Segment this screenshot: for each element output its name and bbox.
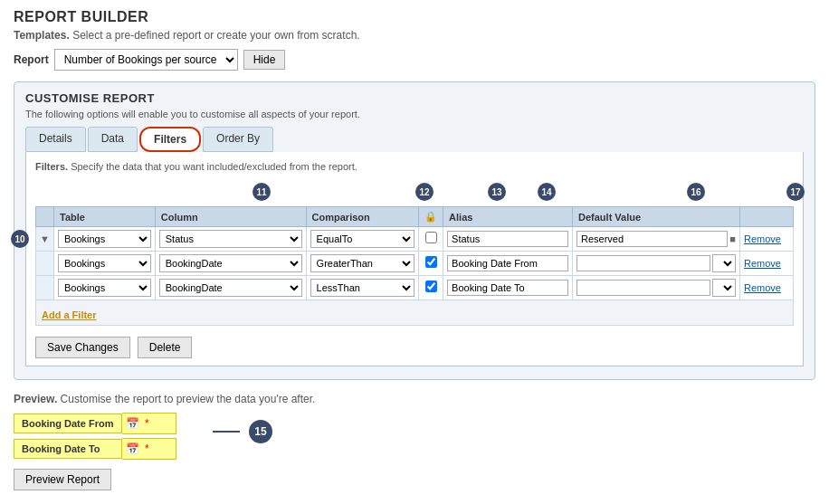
customise-section: CUSTOMISE REPORT The following options w… xyxy=(14,81,815,380)
row1-remove-cell: Remove xyxy=(740,227,794,252)
add-filter-cell: Add a Filter xyxy=(36,300,794,326)
row3-default-select[interactable] xyxy=(712,279,736,297)
annotation-11: 11 xyxy=(253,183,271,201)
row2-table-cell: Bookings xyxy=(53,252,155,276)
preview-label: Preview. xyxy=(14,393,57,405)
row1-alias-checkbox[interactable] xyxy=(425,232,437,243)
row2-alias-input[interactable] xyxy=(447,255,568,271)
hide-button[interactable]: Hide xyxy=(243,50,286,70)
filters-table: Table Column Comparison 🔒 Alias Default … xyxy=(35,206,794,326)
row2-alias-cell xyxy=(443,252,573,276)
row2-alias-checkbox[interactable] xyxy=(425,256,437,268)
row3-comparison-select[interactable]: LessThan xyxy=(310,279,414,297)
tab-filters[interactable]: Filters xyxy=(139,127,201,152)
row3-column-select[interactable]: BookingDate xyxy=(159,279,302,297)
preview-field-2: Booking Date To 📅 * xyxy=(14,438,176,460)
filter-row-3: Bookings BookingDate LessThan xyxy=(36,276,794,300)
preview-fields: Booking Date From 📅 * Booking Date To 📅 … xyxy=(14,413,176,460)
th-column: Column xyxy=(155,207,306,227)
annotation-17: 17 xyxy=(786,183,805,201)
preview-description: Preview. Customise the report to preview… xyxy=(14,393,815,405)
filter-row-2: Bookings BookingDate GreaterThan xyxy=(36,252,794,276)
delete-button[interactable]: Delete xyxy=(138,337,193,358)
th-comparison: Comparison xyxy=(306,207,418,227)
row1-alias-input[interactable] xyxy=(447,231,568,247)
lock-icon: 🔒 xyxy=(424,211,437,222)
row2-comparison-cell: GreaterThan xyxy=(306,252,418,276)
row2-column-cell: BookingDate xyxy=(155,252,306,276)
filter-row-1: 10 ▼ Bookings Status xyxy=(36,227,794,252)
row1-table-cell: Bookings xyxy=(53,227,155,252)
row3-alias-checkbox[interactable] xyxy=(425,281,437,292)
row2-table-select[interactable]: Bookings xyxy=(58,254,151,272)
filters-label: Filters. xyxy=(35,161,68,172)
add-filter-row: Add a Filter xyxy=(36,300,794,326)
row1-column-select[interactable]: Status xyxy=(159,230,302,248)
preview-desc-text: Customise the report to preview the data… xyxy=(61,393,316,405)
row2-comparison-select[interactable]: GreaterThan xyxy=(310,254,414,272)
row2-default-input[interactable] xyxy=(576,255,710,271)
add-filter-link[interactable]: Add a Filter xyxy=(42,309,97,320)
report-selector-row: Report Number of Bookings per source Hid… xyxy=(14,49,815,71)
th-alias: Alias xyxy=(443,207,573,227)
row1-default-cell: ■ xyxy=(573,227,740,252)
th-remove xyxy=(740,207,794,227)
tab-details[interactable]: Details xyxy=(25,127,86,152)
row3-remove-link[interactable]: Remove xyxy=(744,282,781,293)
row2-checkbox-cell xyxy=(419,252,443,276)
tabs-row: Details Data Filters Order By xyxy=(25,127,804,152)
row3-table-cell: Bookings xyxy=(53,276,155,300)
th-table: Table xyxy=(53,207,155,227)
row1-arrow-icon: ▼ xyxy=(40,233,50,244)
row2-remove-link[interactable]: Remove xyxy=(744,258,781,269)
preview-field-1-label: Booking Date From xyxy=(14,414,122,433)
filters-description: Filters. Specify the data that you want … xyxy=(35,161,794,172)
row3-column-cell: BookingDate xyxy=(155,276,306,300)
annotation-12: 12 xyxy=(415,183,434,201)
row1-comparison-select[interactable]: EqualTo xyxy=(310,230,414,248)
tab-data[interactable]: Data xyxy=(88,127,138,152)
templates-text-body: Select a pre-defined report or create yo… xyxy=(72,29,359,42)
preview-report-button[interactable]: Preview Report xyxy=(14,469,111,490)
templates-description: Templates. Select a pre-defined report o… xyxy=(14,29,815,42)
row2-default-select[interactable] xyxy=(712,254,736,272)
page-title: REPORT BUILDER xyxy=(14,9,815,25)
required-star-1: * xyxy=(145,417,149,430)
row3-alias-input[interactable] xyxy=(447,280,568,296)
save-changes-button[interactable]: Save Changes xyxy=(35,337,130,358)
th-default-value: Default Value xyxy=(573,207,740,227)
row3-default-cell xyxy=(573,276,740,300)
row3-table-select[interactable]: Bookings xyxy=(58,279,151,297)
row1-table-select[interactable]: Bookings xyxy=(58,230,151,248)
customise-title: CUSTOMISE REPORT xyxy=(25,91,804,105)
tab-orderby[interactable]: Order By xyxy=(203,127,273,152)
filters-desc-text: Specify the data that you want included/… xyxy=(71,161,357,172)
action-row: Save Changes Delete xyxy=(35,337,794,358)
row1-column-cell: Status xyxy=(155,227,306,252)
row3-checkbox-cell xyxy=(419,276,443,300)
row2-arrow-cell xyxy=(36,252,54,276)
row3-remove-cell: Remove xyxy=(740,276,794,300)
row1-remove-link[interactable]: Remove xyxy=(744,233,781,244)
row3-arrow-cell xyxy=(36,276,54,300)
required-star-2: * xyxy=(145,442,149,455)
row1-checkbox-cell xyxy=(419,227,443,252)
annotation-15: 15 xyxy=(249,420,272,443)
preview-field-2-input-wrapper: 📅 * xyxy=(122,438,176,460)
row3-default-input[interactable] xyxy=(576,280,710,296)
th-arrow xyxy=(36,207,54,227)
report-label: Report xyxy=(14,53,49,66)
row1-default-icon: ■ xyxy=(729,233,736,244)
annotation-15-wrapper: 15 xyxy=(213,420,272,443)
row1-arrow-cell: 10 ▼ xyxy=(36,227,54,252)
preview-field-1-input-wrapper: 📅 * xyxy=(122,413,176,434)
calendar-icon-1: 📅 xyxy=(126,417,139,430)
row1-comparison-cell: EqualTo xyxy=(306,227,418,252)
report-select[interactable]: Number of Bookings per source xyxy=(54,49,238,71)
row3-alias-cell xyxy=(443,276,573,300)
annotation-13: 13 xyxy=(488,183,506,201)
row1-default-input[interactable] xyxy=(576,231,728,247)
preview-section: Preview. Customise the report to preview… xyxy=(14,393,815,490)
row2-column-select[interactable]: BookingDate xyxy=(159,254,302,272)
row1-alias-cell xyxy=(443,227,573,252)
